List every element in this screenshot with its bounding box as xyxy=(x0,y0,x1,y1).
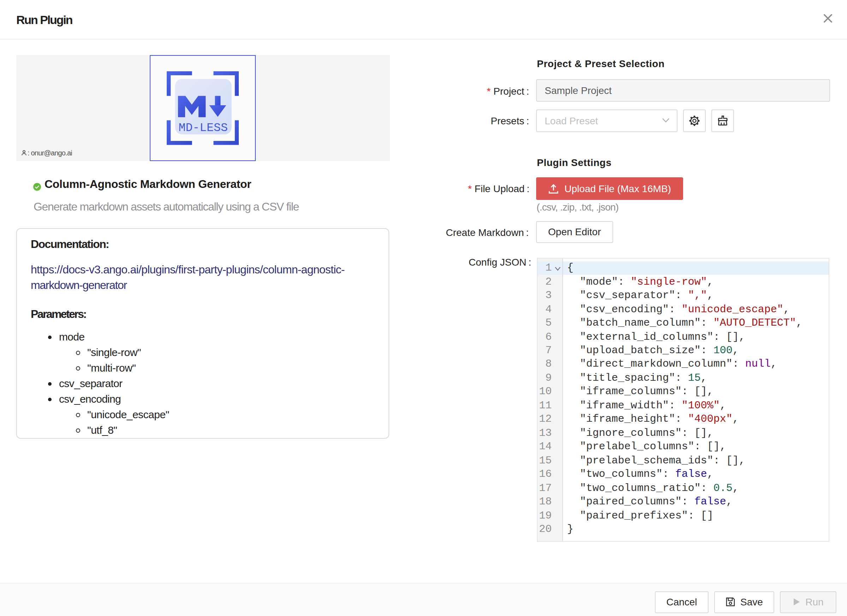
svg-text:MD-LESS: MD-LESS xyxy=(179,121,228,134)
